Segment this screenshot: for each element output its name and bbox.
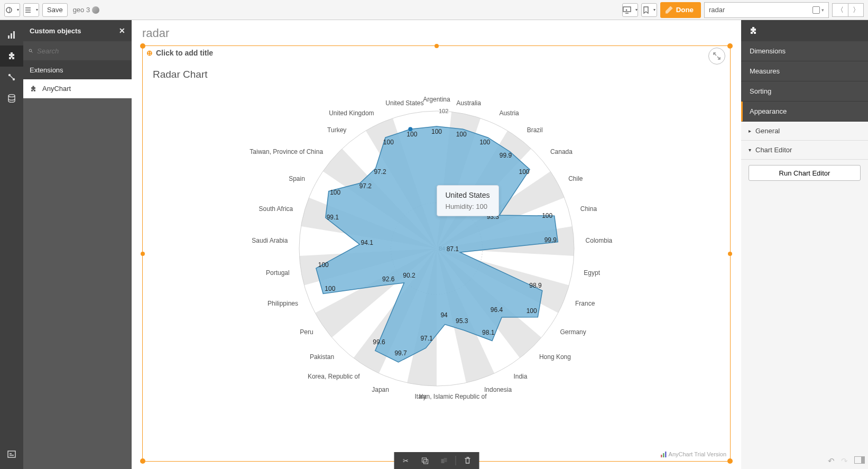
svg-rect-77 — [422, 458, 426, 462]
watermark: AnyChart Trial Version — [661, 451, 726, 457]
prev-sheet-button[interactable]: 〈 — [832, 3, 848, 17]
property-section-sorting[interactable]: Sorting — [741, 81, 868, 102]
run-chart-editor-button[interactable]: Run Chart Editor — [749, 165, 861, 181]
svg-rect-4 — [13, 31, 15, 39]
rail-fields-icon[interactable] — [0, 88, 23, 109]
property-section-appearance[interactable]: Appearance — [741, 102, 868, 122]
property-panel-icon — [741, 20, 868, 41]
add-title-placeholder[interactable]: ⊕Click to add title — [146, 49, 213, 57]
left-panel-header: Custom objects ✕ — [23, 20, 132, 41]
copy-button[interactable] — [417, 454, 432, 467]
resize-handle-tr[interactable] — [727, 43, 733, 49]
list-menu-button[interactable] — [23, 3, 39, 17]
resize-handle-lm[interactable] — [141, 252, 145, 256]
cut-button[interactable]: ✂ — [398, 454, 413, 467]
globe-icon — [92, 6, 99, 14]
pencil-icon — [666, 6, 673, 14]
svg-rect-3 — [11, 33, 12, 39]
done-button[interactable]: Done — [660, 2, 701, 18]
paste-button[interactable] — [436, 454, 451, 467]
asset-rail — [0, 20, 23, 469]
property-panel: DimensionsMeasuresSortingAppearance ▸Gen… — [741, 20, 868, 469]
svg-rect-76 — [665, 452, 667, 457]
svg-rect-80 — [444, 458, 447, 462]
left-panel-section-extensions[interactable]: Extensions — [23, 60, 132, 79]
search-icon — [29, 47, 33, 54]
fullscreen-button[interactable] — [708, 48, 725, 65]
rail-master-items-icon[interactable] — [0, 67, 23, 88]
top-toolbar: Save geo 3 Done radar▾ 〈 〉 — [0, 0, 868, 20]
left-panel-close-icon[interactable]: ✕ — [119, 26, 125, 35]
accordion-chart-editor[interactable]: ▾Chart Editor — [741, 141, 868, 160]
resize-handle-tl[interactable] — [140, 43, 145, 49]
bookmark-button[interactable] — [641, 3, 657, 17]
next-sheet-button[interactable]: 〉 — [848, 3, 864, 17]
nav-menu-button[interactable] — [4, 3, 20, 17]
selection-frame[interactable] — [142, 45, 731, 462]
accordion-general[interactable]: ▸General — [741, 122, 868, 141]
chart-type-icon — [812, 6, 820, 14]
left-panel-search[interactable] — [23, 41, 132, 60]
resize-handle-tm[interactable] — [435, 44, 439, 48]
chevron-down-icon: ▾ — [821, 7, 824, 13]
sheet-title[interactable]: radar — [132, 20, 741, 42]
svg-rect-8 — [8, 451, 15, 457]
svg-point-9 — [29, 49, 32, 52]
chart-tooltip: United States Humidity: 100 — [437, 185, 499, 216]
property-section-dimensions[interactable]: Dimensions — [741, 41, 868, 61]
object-title-field[interactable]: radar▾ — [704, 2, 829, 18]
resize-handle-bl[interactable] — [140, 458, 145, 464]
edit-toolbar: ✂ — [394, 452, 479, 469]
collapse-panel-button[interactable] — [854, 456, 865, 464]
undo-button[interactable]: ↶ — [828, 456, 835, 466]
extension-anychart[interactable]: AnyChart — [23, 79, 132, 98]
resize-handle-rm[interactable] — [728, 252, 732, 256]
sheet-name-label: geo 3 — [73, 6, 100, 14]
search-input[interactable] — [37, 47, 126, 55]
rail-charts-icon[interactable] — [0, 24, 23, 45]
svg-rect-1 — [623, 7, 631, 12]
delete-button[interactable] — [460, 454, 475, 467]
present-button[interactable] — [622, 3, 638, 17]
rail-variables-icon[interactable] — [0, 444, 23, 465]
left-panel: Custom objects ✕ Extensions AnyChart — [23, 20, 132, 469]
redo-button[interactable]: ↷ — [841, 456, 848, 466]
svg-rect-2 — [8, 35, 10, 39]
svg-point-7 — [8, 95, 15, 97]
resize-handle-br[interactable] — [727, 458, 733, 464]
undo-redo-area: ↶ ↷ — [828, 456, 865, 466]
svg-point-0 — [6, 7, 12, 13]
svg-rect-75 — [663, 453, 664, 457]
rail-custom-objects-icon[interactable] — [0, 45, 23, 67]
property-section-measures[interactable]: Measures — [741, 61, 868, 81]
canvas-area: radar ⊕Click to add title Radar Chart 84… — [132, 20, 741, 469]
svg-rect-78 — [423, 459, 428, 464]
puzzle-icon — [30, 85, 37, 93]
svg-rect-74 — [661, 455, 662, 457]
chart-title: Radar Chart — [153, 69, 208, 80]
save-button[interactable]: Save — [42, 3, 68, 17]
